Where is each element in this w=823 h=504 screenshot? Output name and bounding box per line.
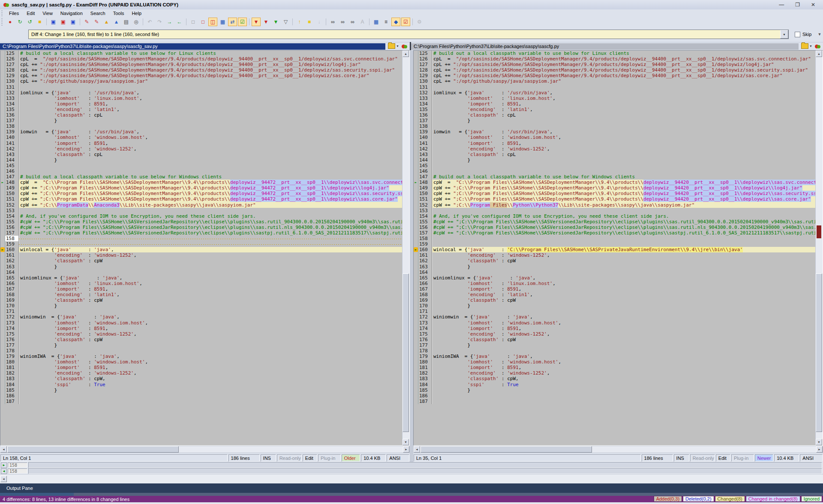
toolbar-grip[interactable] xyxy=(0,9,3,17)
code-text[interactable]: 'classpath' : cpW xyxy=(19,297,402,303)
code-text[interactable] xyxy=(432,208,816,213)
code-text[interactable]: 'classpath' : cpL xyxy=(432,152,816,157)
code-text[interactable]: iomwin = {'java' : '/usr/bin/java', xyxy=(19,129,402,135)
menu-tools[interactable]: Tools xyxy=(109,10,128,17)
plugins-icon[interactable]: ◆ xyxy=(391,18,400,26)
code-text[interactable]: 'iomhost' : 'linux.iom.host', xyxy=(432,96,816,101)
code-text[interactable]: # build out a local classpath variable t… xyxy=(19,51,402,56)
save-all-icon[interactable]: ▣ xyxy=(69,18,78,26)
code-text[interactable]: cpL = "/opt/sasinside/SASHome/SASDeploym… xyxy=(432,56,816,62)
scroll-left-icon[interactable]: ◄ xyxy=(0,446,7,453)
first-file-compare-button[interactable] xyxy=(402,44,407,49)
redo-icon[interactable]: ↷ xyxy=(155,18,164,26)
menu-search[interactable]: Search xyxy=(87,10,109,17)
code-text[interactable]: winiomlinux = {'java' : 'java', xyxy=(19,275,402,281)
code-text[interactable]: 'iomport' : 8591, xyxy=(19,365,402,370)
code-text[interactable]: 'encoding' : 'latin1', xyxy=(432,107,816,112)
code-text[interactable]: 'iomhost' : 'linux.iom.host', xyxy=(19,281,402,286)
code-text[interactable]: 'iomhost' : 'windows.iom.host', xyxy=(19,135,402,140)
code-text[interactable]: cpW += ";C:\\Program Files\\SASHome\\SAS… xyxy=(19,191,402,196)
first-line-number-box[interactable]: 158 xyxy=(8,462,27,468)
code-text[interactable]: 'encoding' : 'windows-1252', xyxy=(19,146,402,152)
toolbar-overflow-icon[interactable]: ▼ xyxy=(817,32,821,36)
menu-view[interactable]: View xyxy=(39,10,57,17)
code-text[interactable]: cpL = "/opt/sasinside/SASHome/SASDeploym… xyxy=(19,56,402,62)
filter-edit-icon[interactable]: ▽ xyxy=(281,18,290,26)
diff-selector-combo[interactable]: Diff 4: Change 1 line (160, first file) … xyxy=(28,30,789,39)
skip-checkbox[interactable]: Skip xyxy=(795,32,811,37)
code-text[interactable] xyxy=(19,208,402,213)
second-file-compare-button[interactable] xyxy=(815,44,820,49)
second-file-horizontal-scrollbar[interactable]: ◄ ► xyxy=(413,446,823,453)
code-text[interactable] xyxy=(432,348,816,354)
code-text[interactable] xyxy=(19,393,402,399)
scroll-up-icon[interactable]: ▲ xyxy=(402,51,409,57)
code-text[interactable]: } xyxy=(432,118,816,123)
output-pane-bar[interactable]: Output Pane xyxy=(0,483,823,493)
code-text[interactable]: cpW = "C:\\Program Files\\SASHome\\SASDe… xyxy=(19,180,402,185)
first-diff-icon[interactable]: ↑ xyxy=(295,18,304,26)
code-text[interactable]: 'encoding' : 'windows-1252', xyxy=(19,331,402,337)
scroll-right-icon[interactable]: ► xyxy=(816,446,823,453)
code-text[interactable] xyxy=(432,84,816,90)
print-icon[interactable]: ▤ xyxy=(122,18,131,26)
scrollbar-thumb[interactable] xyxy=(7,446,179,453)
code-text[interactable]: 'iomport' : 8591, xyxy=(432,365,816,370)
code-text[interactable]: # build out a local classpath variable t… xyxy=(432,51,816,56)
recompare-icon[interactable]: ↻ xyxy=(15,18,24,26)
code-text[interactable]: 'classpath' : cpL xyxy=(19,152,402,157)
menu-help[interactable]: Help xyxy=(128,10,145,17)
code-text[interactable]: 'sspi' : True xyxy=(432,382,816,387)
minimize-button[interactable]: — xyxy=(779,2,784,8)
code-text[interactable]: #cpW += ";C:\\Program Files\\SASHome\\SA… xyxy=(432,225,816,230)
code-text[interactable] xyxy=(19,348,402,354)
code-text[interactable] xyxy=(432,236,816,241)
code-text[interactable]: 'encoding' : 'latin1', xyxy=(432,292,816,297)
next-diff-icon[interactable]: → xyxy=(165,18,174,26)
code-text[interactable]: 'classpath' : cpW xyxy=(19,258,402,264)
code-text[interactable]: } xyxy=(432,264,816,270)
code-text[interactable]: 'iomport' : 8591, xyxy=(432,141,816,146)
menu-files[interactable]: Files xyxy=(5,10,23,17)
code-text[interactable]: } xyxy=(19,387,402,393)
diff-marker-icon[interactable]: ► xyxy=(414,180,418,185)
code-text[interactable]: cpW = "C:\\Program Files\\SASHome\\SASDe… xyxy=(432,180,816,185)
code-text[interactable]: } xyxy=(432,303,816,309)
save-first-icon[interactable]: ▣ xyxy=(49,18,58,26)
code-text[interactable]: cpL += ":/opt/sasinside/SASHome/SASDeplo… xyxy=(19,62,402,67)
code-text[interactable]: winiomIWA = {'java' : 'java', xyxy=(432,354,816,359)
code-text[interactable]: # build out a local classpath variable t… xyxy=(19,174,402,180)
checkbox-icon[interactable] xyxy=(795,32,800,37)
code-text[interactable]: iomwin = {'java' : '/usr/bin/java', xyxy=(432,129,816,135)
second-line-content[interactable] xyxy=(28,468,822,474)
first-line-content[interactable] xyxy=(28,462,822,468)
code-text[interactable]: iomlinux = {'java' : '/usr/bin/java', xyxy=(432,90,816,96)
code-text[interactable]: #cpW += ";C:\\Program Files\\SASHome\\SA… xyxy=(432,230,816,236)
code-text[interactable] xyxy=(432,270,816,275)
code-text[interactable]: 'iomport' : 8591, xyxy=(19,101,402,107)
code-text[interactable] xyxy=(19,309,402,314)
code-text[interactable]: 'classpath' : cpW xyxy=(432,258,816,264)
code-text[interactable]: } xyxy=(432,387,816,393)
code-text[interactable] xyxy=(432,399,816,404)
code-text[interactable]: 'iomport' : 8591, xyxy=(19,141,402,146)
code-text[interactable] xyxy=(19,270,402,275)
code-text[interactable]: cpL += ":/opt/sasinside/SASHome/SASDeplo… xyxy=(432,67,816,73)
second-file-vertical-scrollbar[interactable]: ▲ ▼ xyxy=(815,51,823,445)
code-text[interactable]: 'classpath' : cpW xyxy=(432,297,816,303)
code-text[interactable]: } xyxy=(432,157,816,163)
code-text[interactable]: 'encoding' : 'windows-1252', xyxy=(432,331,816,337)
code-text[interactable] xyxy=(19,84,402,90)
swap-panes-icon[interactable]: ↺ xyxy=(25,18,34,26)
match-case-icon[interactable]: A xyxy=(358,18,367,26)
combo-dropdown-icon[interactable]: ▼ xyxy=(780,30,788,39)
scroll-left-icon[interactable]: ◄ xyxy=(0,476,7,482)
code-text[interactable] xyxy=(19,168,402,174)
code-text[interactable]: 'iomport' : 8591, xyxy=(19,286,402,292)
code-text[interactable] xyxy=(432,393,816,399)
menu-edit[interactable]: Edit xyxy=(23,10,39,17)
code-text[interactable]: } xyxy=(19,157,402,163)
save-result-first-icon[interactable]: ▲ xyxy=(102,18,111,26)
code-text[interactable]: # build out a local classpath variable t… xyxy=(432,174,816,180)
code-text[interactable]: 'iomhost' : 'windows.iom.host', xyxy=(19,320,402,326)
